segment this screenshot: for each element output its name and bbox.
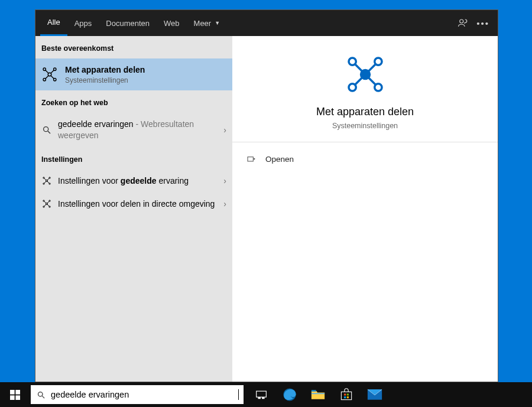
svg-rect-54 [347, 393, 349, 395]
taskbar-file-explorer[interactable] [304, 382, 332, 407]
setting1-title: Instellingen voor gedeelde ervaring [58, 175, 220, 187]
best-match-subtitle: Systeeminstellingen [65, 76, 226, 84]
chevron-right-icon: › [220, 176, 226, 185]
results-list: Beste overeenkomst Met apparaten delen S… [35, 36, 232, 382]
svg-rect-48 [262, 398, 264, 399]
svg-rect-56 [347, 396, 349, 398]
svg-line-35 [355, 64, 362, 71]
svg-point-30 [361, 70, 369, 79]
svg-line-45 [42, 396, 44, 398]
action-open[interactable]: Openen [246, 151, 484, 167]
taskview-icon [255, 389, 267, 400]
svg-point-24 [43, 206, 44, 207]
setting1-bold: gedeelde [121, 176, 157, 185]
start-search-panel: Alle Apps Documenten Web Meer ▼ ••• Best… [35, 9, 498, 382]
taskbar [0, 382, 532, 407]
mail-icon [367, 389, 382, 401]
taskbar-search-box[interactable] [31, 385, 244, 404]
start-button[interactable] [0, 382, 30, 407]
svg-line-36 [368, 64, 375, 71]
svg-point-34 [374, 84, 381, 91]
svg-line-26 [44, 201, 46, 203]
tab-meer[interactable]: Meer ▼ [187, 10, 228, 36]
svg-line-8 [46, 76, 48, 79]
svg-rect-43 [15, 395, 20, 400]
share-devices-icon [41, 198, 52, 209]
svg-rect-51 [312, 393, 325, 394]
svg-line-18 [47, 178, 49, 180]
svg-rect-46 [257, 391, 267, 397]
svg-rect-52 [341, 392, 351, 399]
taskbar-store[interactable] [332, 382, 361, 407]
svg-line-7 [51, 70, 54, 73]
section-header-web: Zoeken op het web [35, 90, 232, 113]
feedback-icon[interactable] [458, 18, 468, 28]
taskview-button[interactable] [247, 382, 275, 407]
open-icon [246, 154, 258, 164]
svg-point-3 [54, 68, 56, 70]
setting2-title: Instellingen voor delen in directe omgev… [58, 198, 220, 210]
svg-line-19 [44, 181, 46, 183]
taskbar-search-input[interactable] [51, 390, 238, 399]
tab-web-label: Web [164, 19, 180, 28]
taskbar-mail[interactable] [361, 382, 389, 407]
tab-alle[interactable]: Alle [40, 10, 67, 36]
action-open-label: Openen [265, 155, 294, 164]
svg-line-20 [47, 181, 49, 183]
svg-point-1 [48, 73, 51, 76]
svg-line-27 [47, 201, 49, 203]
store-icon [340, 388, 353, 401]
svg-line-37 [355, 77, 362, 84]
tab-apps-label: Apps [74, 19, 92, 28]
search-icon [31, 390, 51, 399]
svg-rect-55 [344, 396, 346, 398]
result-setting-shared-experience[interactable]: Instellingen voor gedeelde ervaring › [35, 170, 232, 193]
svg-point-0 [460, 19, 463, 23]
svg-line-6 [46, 70, 48, 73]
tab-web[interactable]: Web [157, 10, 187, 36]
search-scope-tabs: Alle Apps Documenten Web Meer ▼ ••• [35, 10, 498, 36]
taskbar-edge[interactable] [275, 382, 304, 407]
svg-rect-40 [10, 390, 15, 395]
chevron-right-icon: › [220, 125, 226, 135]
section-header-best: Beste overeenkomst [35, 36, 232, 58]
section-header-settings: Instellingen [35, 147, 232, 170]
result-setting-nearby-sharing[interactable]: Instellingen voor delen in directe omgev… [35, 193, 232, 216]
folder-icon [311, 389, 325, 401]
svg-line-38 [368, 77, 375, 84]
tab-documenten-label: Documenten [106, 19, 150, 28]
svg-point-22 [43, 200, 44, 201]
svg-point-25 [49, 206, 50, 207]
text-cursor [238, 389, 239, 400]
svg-point-14 [49, 177, 50, 178]
svg-line-11 [48, 131, 50, 134]
svg-rect-41 [15, 390, 20, 395]
result-web-search[interactable]: gedeelde ervaringen - Webresultaten weer… [35, 113, 232, 147]
svg-point-10 [44, 126, 48, 131]
preview-title: Met apparaten delen [244, 106, 486, 118]
svg-point-4 [43, 79, 46, 81]
more-options-icon[interactable]: ••• [476, 18, 489, 28]
tab-documenten[interactable]: Documenten [99, 10, 157, 36]
svg-line-28 [44, 204, 46, 206]
chevron-down-icon: ▼ [215, 20, 220, 26]
search-icon [41, 125, 52, 135]
preview-subtitle: Systeeminstellingen [244, 122, 486, 130]
svg-point-31 [349, 58, 356, 65]
chevron-right-icon: › [220, 199, 226, 209]
share-devices-icon [41, 66, 58, 83]
result-best-match[interactable]: Met apparaten delen Systeeminstellingen [35, 58, 232, 90]
svg-point-2 [43, 68, 46, 70]
svg-rect-50 [312, 390, 316, 392]
edge-icon [282, 387, 297, 402]
svg-point-16 [49, 183, 50, 184]
setting1-pre: Instellingen voor [58, 176, 121, 185]
web-search-query: gedeelde ervaringen [58, 119, 134, 129]
tab-apps[interactable]: Apps [67, 10, 99, 36]
share-devices-icon [41, 175, 52, 186]
svg-point-32 [374, 58, 381, 65]
best-match-title: Met apparaten delen [65, 64, 226, 76]
share-devices-icon [345, 54, 386, 95]
tab-meer-label: Meer [194, 19, 212, 28]
svg-rect-53 [344, 393, 346, 395]
